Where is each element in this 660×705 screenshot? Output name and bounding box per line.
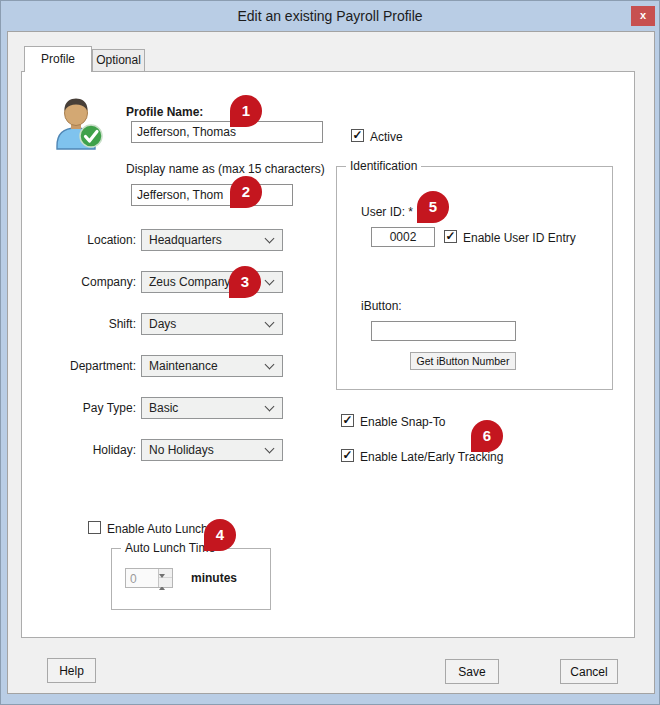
- dialog-window: Edit an existing Payroll Profile x Profi…: [0, 0, 660, 705]
- user-id-input[interactable]: [371, 227, 435, 247]
- profile-name-input[interactable]: [131, 121, 323, 143]
- spinner-buttons: [158, 569, 172, 587]
- identification-legend: Identification: [346, 159, 421, 173]
- pay-type-label: Pay Type:: [22, 401, 136, 415]
- pay-type-dropdown[interactable]: Basic: [141, 397, 283, 419]
- holiday-label: Holiday:: [22, 443, 136, 457]
- chevron-down-icon: [265, 360, 275, 370]
- annotation-badge-2: 2: [230, 176, 262, 208]
- annotation-badge-6: 6: [471, 420, 503, 452]
- dialog-client-area: Profile Optional Profile Name: 1 ✓ Activ…: [7, 31, 655, 694]
- user-id-label: User ID: *: [361, 205, 413, 219]
- annotation-badge-5: 5: [417, 191, 449, 223]
- company-dropdown[interactable]: Zeus Company: [141, 271, 283, 293]
- department-label: Department:: [22, 359, 136, 373]
- location-dropdown[interactable]: Headquarters: [141, 229, 283, 251]
- department-dropdown[interactable]: Maintenance: [141, 355, 283, 377]
- enable-user-id-checkbox[interactable]: ✓: [444, 230, 457, 243]
- tab-optional[interactable]: Optional: [92, 49, 145, 71]
- company-label: Company:: [22, 275, 136, 289]
- display-name-label: Display name as (max 15 characters): [126, 162, 325, 176]
- minutes-label: minutes: [191, 571, 237, 585]
- enable-auto-lunch-label: Enable Auto Lunch: [107, 522, 208, 536]
- display-name-input[interactable]: [131, 184, 293, 206]
- holiday-dropdown[interactable]: No Holidays: [141, 439, 283, 461]
- ibutton-input[interactable]: [371, 321, 516, 341]
- profile-tab-page: Profile Name: 1 ✓ Active Display name as…: [21, 71, 635, 638]
- spinner-value: 0: [130, 572, 137, 586]
- annotation-badge-3: 3: [229, 266, 261, 298]
- close-button[interactable]: x: [631, 6, 655, 26]
- enable-late-early-label: Enable Late/Early Tracking: [360, 450, 503, 464]
- enable-auto-lunch-checkbox[interactable]: [88, 521, 101, 534]
- profile-name-label: Profile Name:: [126, 105, 203, 119]
- chevron-down-icon: [265, 318, 275, 328]
- tab-profile[interactable]: Profile: [24, 46, 92, 72]
- enable-late-early-checkbox[interactable]: ✓: [341, 449, 354, 462]
- auto-lunch-minutes-spinner[interactable]: 0: [125, 568, 173, 588]
- close-icon: x: [640, 9, 646, 21]
- annotation-badge-4: 4: [204, 519, 236, 551]
- title-bar: Edit an existing Payroll Profile x: [1, 1, 659, 31]
- cancel-button[interactable]: Cancel: [560, 659, 618, 684]
- save-button[interactable]: Save: [445, 659, 499, 684]
- user-avatar-icon: [47, 94, 105, 152]
- ibutton-label: iButton:: [361, 299, 402, 313]
- chevron-down-icon: [265, 444, 275, 454]
- enable-snap-to-checkbox[interactable]: ✓: [341, 414, 354, 427]
- enable-user-id-label: Enable User ID Entry: [463, 231, 576, 245]
- dialog-title: Edit an existing Payroll Profile: [1, 1, 659, 31]
- enable-snap-to-label: Enable Snap-To: [360, 415, 445, 429]
- shift-dropdown[interactable]: Days: [141, 313, 283, 335]
- location-label: Location:: [22, 233, 136, 247]
- spinner-down-button[interactable]: [159, 578, 172, 587]
- active-checkbox[interactable]: ✓: [351, 129, 364, 142]
- active-label: Active: [370, 130, 403, 144]
- chevron-down-icon: [265, 402, 275, 412]
- help-button[interactable]: Help: [47, 658, 96, 683]
- arrow-down-icon: [159, 574, 165, 595]
- shift-label: Shift:: [22, 317, 136, 331]
- chevron-down-icon: [265, 234, 275, 244]
- get-ibutton-button[interactable]: Get iButton Number: [410, 352, 516, 370]
- annotation-badge-1: 1: [230, 95, 262, 127]
- chevron-down-icon: [265, 276, 275, 286]
